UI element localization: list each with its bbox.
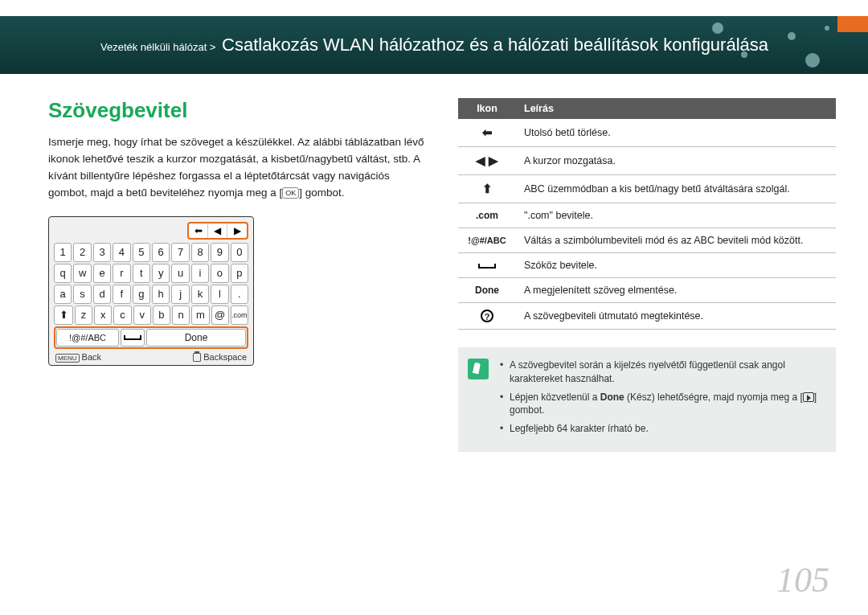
key-p[interactable]: p (231, 264, 248, 283)
cursor-control-box[interactable]: ⬅ ◀ ▶ (187, 222, 248, 240)
cursor-arrows-icon: ◀ ▶ (476, 154, 498, 168)
right-arrow-icon[interactable]: ▶ (227, 223, 247, 238)
icon-cell: ? (458, 303, 516, 330)
key-d[interactable]: d (93, 285, 111, 304)
spacebar-icon (124, 335, 141, 340)
table-header-row: Ikon Leírás (458, 98, 836, 119)
key-s[interactable]: s (73, 285, 91, 304)
col-header-desc: Leírás (516, 98, 836, 119)
icon-cell: ⬆ (458, 175, 516, 203)
key-x[interactable]: x (94, 305, 112, 325)
note-list: A szövegbevitel során a kijelzés nyelvét… (500, 359, 823, 441)
play-icon (803, 392, 814, 402)
left-arrow-icon[interactable]: ◀ (208, 223, 227, 238)
desc-cell: Utolsó betű törlése. (516, 119, 836, 147)
desc-cell: A kurzor mozgatása. (516, 147, 836, 175)
keyboard-footer: MENUBack Backspace (54, 349, 248, 362)
trash-icon (193, 353, 201, 362)
table-row: .com ".com" bevitele. (458, 203, 836, 228)
key-w[interactable]: w (73, 264, 91, 283)
section-heading: Szövegbevitel (48, 98, 426, 123)
col-header-icon: Ikon (458, 98, 516, 119)
header-band: Vezeték nélküli hálózat > Csatlakozás WL… (0, 16, 868, 74)
key-f[interactable]: f (113, 285, 130, 304)
key-c[interactable]: c (113, 305, 131, 325)
icon-cell: Done (458, 278, 516, 303)
note-item: Lépjen közvetlenül a Done (Kész) lehetős… (500, 391, 823, 418)
desc-cell: Szóköz bevitele. (516, 253, 836, 278)
key-o[interactable]: o (211, 264, 228, 283)
key-4[interactable]: 4 (113, 243, 130, 262)
note-item: Legfeljebb 64 karakter írható be. (500, 422, 823, 436)
shift-up-icon: ⬆ (482, 182, 493, 196)
help-icon: ? (481, 310, 493, 322)
desc-cell: Váltás a szimbólumbeviteli mód és az ABC… (516, 228, 836, 253)
key-com[interactable]: .com (231, 305, 248, 325)
key-l[interactable]: l (211, 285, 228, 304)
icon-cell: ⬅ (458, 119, 516, 147)
key-6[interactable]: 6 (152, 243, 170, 262)
key-y[interactable]: y (152, 264, 170, 283)
spacebar-icon (478, 264, 496, 269)
icon-cell: .com (458, 203, 516, 228)
back-arrow-icon[interactable]: ⬅ (189, 223, 208, 238)
keyboard-top-row: ⬅ ◀ ▶ (54, 222, 248, 240)
backspace-label: Backspace (203, 352, 247, 362)
orange-tab (837, 16, 868, 32)
right-column: Ikon Leírás ⬅ Utolsó betű törlése. ◀ ▶ A… (458, 98, 836, 452)
table-row: ◀ ▶ A kurzor mozgatása. (458, 147, 836, 175)
intro-pre: Ismerje meg, hogy írhat be szöveget a ké… (48, 136, 424, 199)
key-h[interactable]: h (152, 285, 170, 304)
key-0[interactable]: 0 (231, 243, 248, 262)
onscreen-keyboard: ⬅ ◀ ▶ 1 2 3 4 5 6 7 8 9 0 q w e (48, 216, 254, 366)
key-b[interactable]: b (153, 305, 170, 325)
key-j[interactable]: j (171, 285, 189, 304)
key-7[interactable]: 7 (171, 243, 189, 262)
back-label: Back (82, 352, 101, 362)
icon-description-table: Ikon Leírás ⬅ Utolsó betű törlése. ◀ ▶ A… (458, 98, 836, 330)
key-dot[interactable]: . (231, 285, 248, 304)
key-t[interactable]: t (133, 264, 150, 283)
menu-back: MENUBack (55, 352, 101, 362)
desc-cell: A megjelenített szöveg elmentése. (516, 278, 836, 303)
key-k[interactable]: k (191, 285, 209, 304)
key-q[interactable]: q (54, 264, 72, 283)
mode-key[interactable]: !@#/ABC (56, 329, 119, 346)
done-key[interactable]: Done (146, 329, 246, 346)
key-z[interactable]: z (75, 305, 92, 325)
key-g[interactable]: g (133, 285, 150, 304)
key-at[interactable]: @ (211, 305, 229, 325)
key-n[interactable]: n (172, 305, 190, 325)
table-row: ? A szövegbeviteli útmutató megtekintése… (458, 303, 836, 330)
key-m[interactable]: m (191, 305, 209, 325)
key-1[interactable]: 1 (54, 243, 72, 262)
key-i[interactable]: i (191, 264, 209, 283)
icon-cell (458, 253, 516, 278)
key-r[interactable]: r (113, 264, 130, 283)
icon-cell: ◀ ▶ (458, 147, 516, 175)
left-column: Szövegbevitel Ismerje meg, hogy írhat be… (48, 98, 426, 452)
icon-cell: !@#/ABC (458, 228, 516, 253)
table-row: ⬆ ABC üzemmódban a kis betű/nagy betű át… (458, 175, 836, 203)
key-a[interactable]: a (54, 285, 72, 304)
backspace-hint: Backspace (193, 352, 247, 362)
table-row: Szóköz bevitele. (458, 253, 836, 278)
key-u[interactable]: u (171, 264, 189, 283)
shift-key[interactable]: ⬆ (54, 305, 73, 325)
intro-paragraph: Ismerje meg, hogy írhat be szöveget a ké… (48, 134, 426, 202)
key-8[interactable]: 8 (191, 243, 209, 262)
key-v[interactable]: v (133, 305, 151, 325)
key-2[interactable]: 2 (73, 243, 91, 262)
key-3[interactable]: 3 (93, 243, 111, 262)
table-row: !@#/ABC Váltás a szimbólumbeviteli mód é… (458, 228, 836, 253)
key-5[interactable]: 5 (133, 243, 150, 262)
key-e[interactable]: e (93, 264, 111, 283)
menu-badge: MENU (55, 354, 80, 363)
key-9[interactable]: 9 (211, 243, 228, 262)
note-icon (468, 359, 489, 379)
ok-button-glyph: OK (282, 187, 299, 199)
desc-cell: ".com" bevitele. (516, 203, 836, 228)
intro-post: gombot. (302, 187, 345, 199)
space-key[interactable] (121, 329, 145, 346)
note-item: A szövegbevitel során a kijelzés nyelvét… (500, 359, 823, 386)
